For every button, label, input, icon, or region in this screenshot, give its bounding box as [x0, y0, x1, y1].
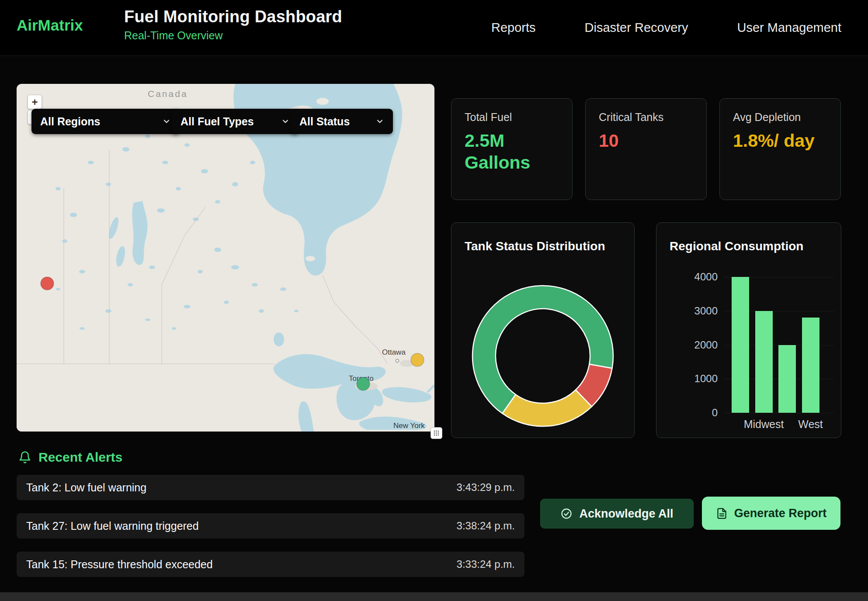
- regional-bar-plot: 01000200030004000MidwestWest: [656, 223, 841, 438]
- ottawa-town-dot: [396, 359, 399, 363]
- consumption-bar-2: [778, 345, 796, 413]
- zoom-in-button[interactable]: +: [28, 95, 42, 109]
- lake-nipigon: [274, 332, 284, 346]
- x-axis-tick-label: Midwest: [744, 418, 784, 431]
- page-subtitle: Real-Time Overview: [124, 29, 342, 42]
- nav-disaster-recovery[interactable]: Disaster Recovery: [585, 21, 688, 35]
- alert-row[interactable]: Tank 15: Pressure threshold exceeded 3:3…: [17, 552, 524, 577]
- stat-card-critical-tanks: Critical Tanks 10: [585, 98, 707, 200]
- stat-card-total-fuel: Total Fuel 2.5M Gallons: [451, 98, 573, 200]
- report-document-icon: [716, 508, 728, 519]
- stat-value-total-fuel: 2.5M Gallons: [465, 130, 559, 173]
- tank-status-card: Tank Status Distribution: [451, 222, 635, 438]
- check-circle-icon: [560, 508, 573, 520]
- stat-label: Total Fuel: [465, 111, 559, 124]
- acknowledge-all-label: Acknowledge All: [579, 507, 673, 521]
- fuel-map[interactable]: Canada Ottawa Toronto New York + − All R…: [17, 84, 434, 432]
- acknowledge-all-button[interactable]: Acknowledge All: [540, 499, 694, 528]
- map-resize-handle[interactable]: [431, 427, 442, 439]
- generate-report-button[interactable]: Generate Report: [702, 497, 840, 530]
- status-filter-label: All Status: [299, 115, 350, 128]
- stat-card-avg-depletion: Avg Depletion 1.8%/ day: [719, 98, 841, 200]
- consumption-bar-1: [755, 311, 773, 413]
- tank-marker-warning[interactable]: [411, 353, 424, 366]
- alert-message: Tank 15: Pressure threshold exceeded: [26, 558, 213, 571]
- drag-dots-icon: [433, 430, 440, 436]
- alert-timestamp: 3:38:24 p.m.: [457, 520, 515, 532]
- consumption-bar-0: [732, 277, 749, 413]
- alert-timestamp: 3:43:29 p.m.: [457, 481, 515, 494]
- main-nav: Reports Disaster Recovery User Managemen…: [491, 0, 841, 55]
- nav-reports[interactable]: Reports: [491, 21, 536, 35]
- map-label-ottawa: Ottawa: [382, 348, 406, 356]
- x-axis-tick-label: West: [798, 418, 823, 431]
- alert-timestamp: 3:33:24 p.m.: [457, 558, 515, 570]
- stat-label: Avg Depletion: [733, 111, 827, 124]
- stat-label: Critical Tanks: [599, 111, 693, 124]
- tank-status-donut: [451, 223, 635, 439]
- chevron-down-icon: [375, 117, 384, 126]
- header: AirMatrix Fuel Monitoring Dashboard Real…: [0, 0, 868, 56]
- generate-report-label: Generate Report: [734, 507, 827, 520]
- island: [316, 98, 329, 105]
- title-block: Fuel Monitoring Dashboard Real-Time Over…: [124, 7, 342, 42]
- alerts-title: Recent Alerts: [38, 450, 122, 465]
- bell-icon: [18, 451, 31, 464]
- region-filter-dropdown[interactable]: All Regions: [31, 109, 180, 134]
- alert-row[interactable]: Tank 27: Low fuel warning triggered 3:38…: [17, 513, 524, 539]
- fuel-type-filter-label: All Fuel Types: [181, 115, 254, 128]
- y-axis-tick-label: 1000: [681, 373, 718, 385]
- map-label-canada: Canada: [148, 89, 188, 99]
- fuel-type-filter-dropdown[interactable]: All Fuel Types: [172, 109, 299, 134]
- tank-marker-critical[interactable]: [41, 277, 54, 290]
- island: [306, 256, 315, 261]
- consumption-bar-3: [802, 318, 819, 413]
- stat-value-avg-depletion: 1.8%/ day: [733, 130, 827, 152]
- y-axis-tick-label: 3000: [681, 305, 718, 317]
- stat-value-critical-tanks: 10: [599, 130, 693, 152]
- chevron-down-icon: [162, 117, 171, 126]
- page-title: Fuel Monitoring Dashboard: [124, 7, 342, 26]
- regional-consumption-card: Regional Consumption 01000200030004000Mi…: [656, 222, 841, 438]
- tank-marker-normal[interactable]: [357, 377, 370, 390]
- alert-message: Tank 27: Low fuel warning triggered: [26, 520, 199, 532]
- dashboard-root: AirMatrix Fuel Monitoring Dashboard Real…: [0, 0, 868, 601]
- alert-row[interactable]: Tank 2: Low fuel warning 3:43:29 p.m.: [17, 475, 524, 500]
- y-axis-tick-label: 0: [681, 407, 718, 419]
- bottom-bar: [0, 592, 868, 601]
- chevron-down-icon: [281, 117, 290, 126]
- map-svg: Canada Ottawa Toronto New York: [17, 84, 434, 432]
- map-label-new-york: New York: [393, 421, 425, 430]
- nav-user-management[interactable]: User Management: [737, 21, 841, 35]
- alerts-header: Recent Alerts: [18, 450, 122, 465]
- region-filter-label: All Regions: [40, 115, 101, 128]
- status-filter-dropdown[interactable]: All Status: [291, 109, 393, 134]
- y-axis-tick-label: 2000: [681, 339, 718, 351]
- y-axis-tick-label: 4000: [681, 271, 718, 283]
- brand-logo[interactable]: AirMatrix: [17, 17, 83, 34]
- alert-message: Tank 2: Low fuel warning: [26, 481, 146, 494]
- gridline: [724, 413, 834, 413]
